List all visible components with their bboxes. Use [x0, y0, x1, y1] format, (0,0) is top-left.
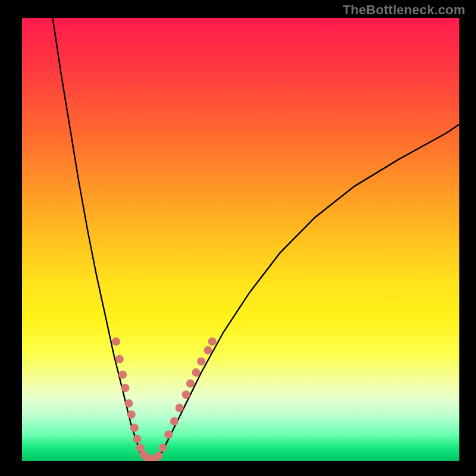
plot-area — [22, 18, 459, 461]
chart-frame: TheBottleneck.com — [0, 0, 476, 476]
watermark-text: TheBottleneck.com — [343, 2, 465, 18]
